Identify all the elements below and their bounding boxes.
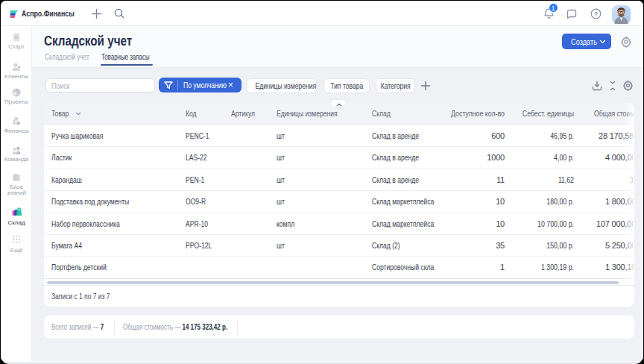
svg-text:?: ? [594,10,598,18]
